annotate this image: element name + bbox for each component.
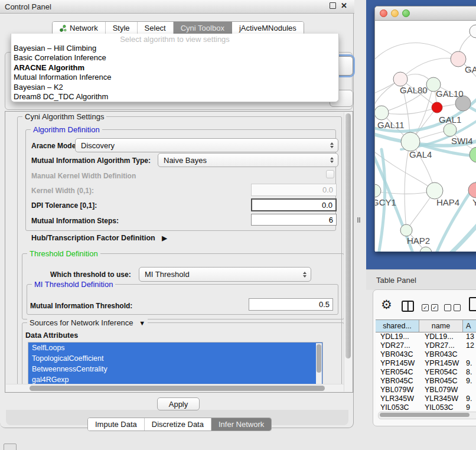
attribute-item-topologicalcoefficient[interactable]: TopologicalCoefficient [28,353,322,364]
split-columns-icon[interactable] [402,301,414,312]
tab-style[interactable]: Style [106,22,138,34]
network-node-gal4[interactable] [401,132,420,151]
table-cell[interactable] [463,350,476,359]
algorithm-option-aracne-algorithm[interactable]: ARACNE Algorithm [11,63,338,73]
aracne-mode-combobox[interactable]: Discovery [75,138,338,152]
table-body: YDL19...YDL19...13YDR27...YDR27...12YBR0… [376,332,476,410]
settings-horizontal-scrollbar[interactable] [6,384,344,392]
table-cell[interactable]: 9. [463,377,476,386]
which-threshold-combobox[interactable]: MI Threshold [139,267,311,282]
hub-definition-toggle[interactable]: Hub/Transcription Factor Definition ▶ [31,234,167,242]
dpi-tolerance-field[interactable]: 0.0 [251,198,337,211]
gear-icon[interactable]: ⚙ [381,298,392,311]
algorithm-option-bayesian-hill-climbing[interactable]: Bayesian – Hill Climbing [11,44,338,53]
mi-algorithm-type-combobox[interactable]: Naive Bayes [158,153,338,167]
apply-button[interactable]: Apply [157,397,200,410]
table-row[interactable]: YPR145WYPR145W9. [376,359,476,368]
table-cell[interactable]: YBR043C [376,350,419,359]
document-icon[interactable] [469,297,476,311]
table-cell[interactable]: YPR145W [376,359,419,368]
table-cell[interactable]: YDR27... [376,341,419,350]
table-cell[interactable]: YPR145W [419,359,463,368]
list-scrollbar[interactable] [316,343,322,385]
table-cell[interactable]: YDL19... [376,332,419,341]
table-cell[interactable]: YDR27... [419,341,463,350]
network-node-swi4[interactable] [444,123,457,136]
network-node-gal[interactable] [451,51,466,67]
attribute-item-selfloops[interactable]: SelfLoops [28,343,322,353]
network-node-gal11[interactable] [375,106,389,120]
network-window-titlebar[interactable] [375,6,476,21]
table-row[interactable]: YIL053CYIL053C9 [376,403,476,410]
bottom-tab-discretize-data[interactable]: Discretize Data [145,418,211,431]
table-row[interactable]: YER054CYER054C8. [376,368,476,377]
close-traffic-light-icon[interactable] [380,9,387,17]
mi-steps-field[interactable]: 6 [251,214,337,226]
manual-kernel-checkbox[interactable] [326,170,334,178]
algorithm-option-mutual-information-inference[interactable]: Mutual Information Inference [11,73,338,82]
table-cell[interactable]: YBR045C [419,377,463,386]
table-cell[interactable]: 9. [463,394,476,403]
network-node-gcy1[interactable] [375,184,381,197]
close-icon[interactable]: ✕ [341,2,347,9]
network-node-gal80[interactable] [393,72,407,86]
table-cell[interactable]: 9. [463,359,476,368]
algorithm-option-dream8-dc-tdc-algorithm[interactable]: Dream8 DC_TDC Algorithm [11,92,338,102]
table-cell[interactable]: YBL079W [419,386,463,394]
tab-select[interactable]: Select [138,22,174,34]
column-header-name[interactable]: name [419,320,463,332]
splitter-handle[interactable] [357,217,361,223]
table-cell[interactable]: YLR345W [419,394,463,403]
table-row[interactable]: YLR345WYLR345W9. [376,394,476,403]
mi-threshold-field[interactable]: 0.5 [249,298,333,311]
table-row[interactable]: YDR27...YDR27...12 [376,341,476,350]
collapsed-panel-button[interactable] [4,444,17,450]
table-row[interactable]: YBL079WYBL079W [376,386,476,394]
zoom-traffic-light-icon[interactable] [402,9,410,17]
kernel-width-field[interactable]: 0.0 [251,184,337,196]
table-cell[interactable] [463,386,476,394]
bottom-tab-impute-data[interactable]: Impute Data [88,418,145,431]
table-cell[interactable]: YBL079W [376,386,419,394]
algorithm-popup-placeholder: Select algorithm to view settings [11,35,338,44]
bottom-tab-infer-network[interactable]: Infer Network [211,418,271,431]
table-cell[interactable]: YBR043C [419,350,463,359]
tab-cyni-toolbox[interactable]: Cyni Toolbox [174,22,232,34]
network-node-green[interactable] [470,147,476,162]
expanded-arrow-icon: ▼ [139,319,145,327]
table-cell[interactable]: 13 [463,332,476,341]
table-row[interactable]: YDL19...YDL19...13 [376,332,476,341]
checked-columns-icon[interactable]: ✓✓ [422,304,438,311]
sources-legend[interactable]: Sources for Network Inference ▼ [27,318,148,328]
algorithm-option-bayesian-k2[interactable]: Bayesian – K2 [11,83,338,92]
data-attributes-list[interactable]: SelfLoopsTopologicalCoefficientBetweenne… [28,342,323,386]
table-cell[interactable]: YER054C [376,368,419,377]
table-cell[interactable]: YLR345W [376,394,419,403]
table-cell[interactable]: YDL19... [419,332,463,341]
settings-vertical-scrollbar[interactable] [344,112,352,392]
table-row[interactable]: YBR045CYBR045C9. [376,377,476,386]
network-node-gal1[interactable] [432,102,442,113]
unchecked-columns-icon[interactable] [444,304,461,311]
minimize-traffic-light-icon[interactable] [391,9,399,17]
network-node-hap2[interactable] [400,224,412,236]
float-panel-icon[interactable] [330,2,336,9]
table-cell[interactable]: YIL053C [376,403,419,410]
table-cell[interactable]: 8. [463,368,476,377]
tab-network[interactable]: Network [53,22,106,34]
column-header-a[interactable]: A [463,320,476,332]
table-horizontal-scrollbar[interactable] [378,412,476,419]
tab-jactivemnodules[interactable]: jActiveMNodules [232,22,304,34]
table-cell[interactable]: YIL053C [419,403,463,410]
network-canvas[interactable]: GALGAL80GAL10GAL1GAL11SWI4GAL4GCY1HAP4YH… [375,21,476,252]
table-cell[interactable]: 9 [463,403,476,410]
table-cell[interactable]: YER054C [419,368,463,377]
table-cell[interactable]: YBR045C [376,377,419,386]
column-header-shared[interactable]: shared... [376,320,419,332]
table-row[interactable]: YBR043CYBR043C [376,350,476,359]
algorithm-option-basic-correlation-inference[interactable]: Basic Correlation Inference [11,53,338,63]
network-node-top[interactable] [470,25,476,38]
attribute-item-betweennesscentrality[interactable]: BetweennessCentrality [28,364,322,374]
network-node-hap4[interactable] [426,182,443,199]
table-cell[interactable]: 12 [463,341,476,350]
